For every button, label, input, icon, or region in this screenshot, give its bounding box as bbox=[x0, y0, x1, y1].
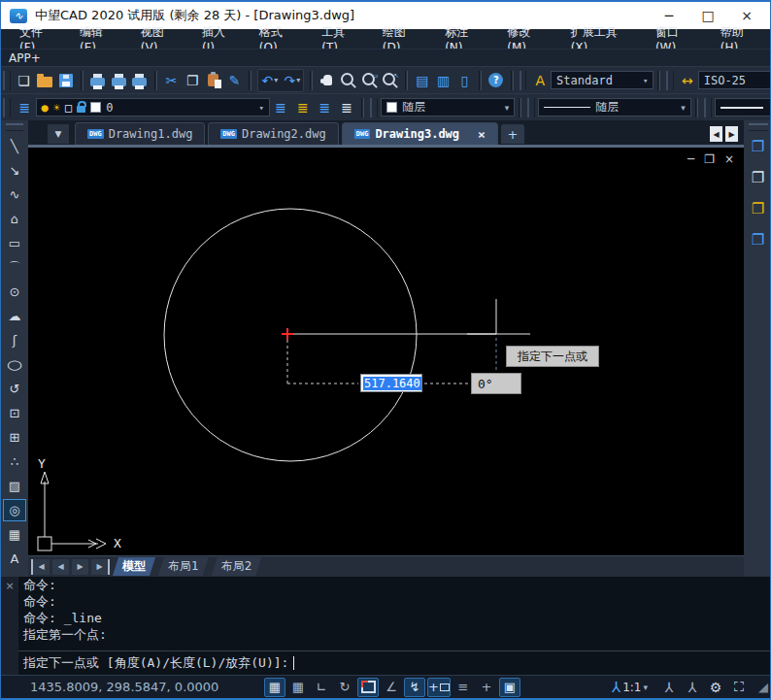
workspace-settings-button[interactable]: ⚙ bbox=[705, 678, 726, 697]
tool-make-block[interactable]: ⊞ bbox=[3, 426, 26, 449]
child-close-button[interactable]: × bbox=[724, 152, 734, 166]
toolbar-grip[interactable] bbox=[704, 98, 712, 117]
zoom-window-button[interactable]: ▭ bbox=[359, 70, 381, 91]
tool-insert-block[interactable]: ⊡ bbox=[3, 402, 26, 424]
otrack-toggle[interactable]: ↯ bbox=[404, 678, 425, 697]
tab-list-dropdown[interactable]: ▼ bbox=[48, 124, 69, 144]
menu-insert[interactable]: 插入(I) bbox=[191, 29, 249, 49]
drawing-canvas[interactable]: ─ ❐ × 517.1640 0° 指定下一点或 Y X bbox=[28, 148, 744, 555]
plot-preview-button[interactable] bbox=[108, 70, 129, 91]
tool-rectangle[interactable]: ▭ bbox=[3, 232, 26, 254]
osnap-toggle[interactable] bbox=[357, 678, 379, 697]
menu-edit[interactable]: 编辑(E) bbox=[69, 29, 130, 49]
layer-combo[interactable]: ● ☀ □ 0 ▾ bbox=[36, 98, 270, 117]
tool-revision-cloud[interactable]: ☁ bbox=[3, 305, 26, 327]
app-plus-menu[interactable]: APP+ bbox=[1, 51, 41, 65]
paste-clip-button[interactable]: ❐ bbox=[747, 197, 770, 220]
command-close-icon[interactable]: × bbox=[5, 580, 14, 675]
tool-table[interactable]: ▦ bbox=[3, 523, 26, 546]
layer-previous-button[interactable]: ≣ bbox=[270, 97, 292, 118]
snap-toggle[interactable]: ▦ bbox=[264, 678, 285, 697]
tool-polygon[interactable]: ⌂ bbox=[3, 208, 26, 230]
open-file-button[interactable] bbox=[34, 70, 55, 91]
paste-button[interactable] bbox=[203, 70, 224, 91]
resize-grip-icon[interactable]: ◢ bbox=[758, 680, 768, 694]
toolbar-grip[interactable] bbox=[3, 71, 11, 90]
zoom-previous-button[interactable]: ↖ bbox=[380, 70, 401, 91]
angle-snap-toggle[interactable]: ∠ bbox=[381, 678, 402, 697]
last-layout-button[interactable]: ▶ bbox=[91, 559, 110, 575]
menu-help[interactable]: 帮助(H) bbox=[710, 29, 771, 49]
redo-button[interactable]: ↷▾ bbox=[281, 70, 303, 91]
new-file-button[interactable]: ❏ bbox=[14, 70, 35, 91]
tool-spline[interactable]: ʃ bbox=[3, 329, 26, 351]
toolbar-grip[interactable] bbox=[6, 123, 23, 131]
child-restore-button[interactable]: ❐ bbox=[704, 152, 715, 166]
publish-button[interactable] bbox=[129, 70, 151, 91]
menu-file[interactable]: 文件(F) bbox=[9, 29, 69, 49]
match-properties-button[interactable]: ✎ bbox=[224, 70, 246, 91]
point-entry-toggle[interactable]: + bbox=[476, 678, 497, 697]
toolbar-grip[interactable] bbox=[527, 98, 535, 117]
auto-scale-button[interactable]: ⅄ bbox=[682, 678, 703, 697]
toolbar-grip[interactable] bbox=[749, 123, 768, 131]
toolbar-grip[interactable] bbox=[666, 71, 674, 90]
lineweight-combo[interactable] bbox=[715, 98, 771, 117]
tab-layout2[interactable]: 布局2 bbox=[212, 557, 262, 576]
tool-construction-line[interactable]: ↘ bbox=[3, 159, 26, 182]
properties-palette-button[interactable]: ▤ bbox=[412, 70, 433, 91]
annotation-monitor-toggle[interactable]: ▣ bbox=[499, 678, 520, 697]
menu-draw[interactable]: 绘图(D) bbox=[372, 29, 434, 49]
child-minimize-button[interactable]: ─ bbox=[687, 152, 694, 166]
dynamic-length-input[interactable]: 517.1640 bbox=[360, 374, 422, 392]
lineweight-toggle[interactable]: ≡ bbox=[453, 678, 474, 697]
menu-format[interactable]: 格式(O) bbox=[249, 29, 312, 49]
text-style-button[interactable]: A bbox=[529, 70, 551, 91]
first-layout-button[interactable]: ◀ bbox=[31, 559, 50, 575]
dim-style-combo[interactable]: ISO-25 bbox=[698, 71, 771, 89]
tool-palettes-button[interactable]: ▯ bbox=[453, 70, 475, 91]
tool-point[interactable]: ∴ bbox=[3, 450, 26, 473]
menu-window[interactable]: 窗口(W) bbox=[645, 29, 710, 49]
paste-original-coords-button[interactable]: ❐ bbox=[747, 228, 770, 251]
dim-style-button[interactable]: ↔ bbox=[677, 70, 698, 91]
design-center-button[interactable]: ▥ bbox=[433, 70, 454, 91]
tool-region[interactable]: ◎ bbox=[3, 499, 26, 521]
tab-layout1[interactable]: 布局1 bbox=[158, 557, 209, 576]
text-style-combo[interactable]: Standard ▾ bbox=[551, 71, 654, 89]
layer-states-button[interactable]: ≣ bbox=[292, 97, 315, 118]
ortho-toggle[interactable]: ∟ bbox=[311, 678, 332, 697]
tool-polyline[interactable]: ∿ bbox=[3, 183, 26, 206]
next-layout-button[interactable]: ▶ bbox=[72, 559, 88, 575]
layer-isolate-button[interactable]: ≣ bbox=[314, 97, 336, 118]
tool-circle[interactable]: ⊙ bbox=[3, 281, 26, 303]
fullscreen-button[interactable]: ⛶ bbox=[728, 678, 750, 697]
tab-drawing3-active[interactable]: DWG Drawing3.dwg × bbox=[342, 122, 498, 145]
plot-button[interactable] bbox=[87, 70, 109, 91]
menu-tools[interactable]: 工具(T) bbox=[311, 29, 371, 49]
tool-ellipse-arc[interactable]: ↺ bbox=[3, 378, 26, 400]
tool-ellipse[interactable]: ○ bbox=[3, 353, 26, 376]
grid-toggle[interactable]: ▦ bbox=[287, 678, 309, 697]
previous-layout-button[interactable]: ◀ bbox=[52, 559, 69, 575]
tool-arc[interactable]: ⌒ bbox=[3, 256, 26, 279]
undo-button[interactable]: ↶▾ bbox=[258, 70, 281, 91]
menu-express-tools[interactable]: 扩展工具(X) bbox=[560, 29, 645, 49]
scroll-tabs-right-button[interactable]: ▶ bbox=[725, 126, 738, 142]
layer-properties-button[interactable]: ≣ bbox=[14, 97, 36, 118]
annotation-visibility-button[interactable]: ⅄ bbox=[658, 678, 680, 697]
menu-view[interactable]: 视图(V) bbox=[130, 29, 191, 49]
pan-button[interactable] bbox=[317, 70, 338, 91]
make-layer-current-button[interactable]: ≣ bbox=[336, 97, 358, 118]
copy-clip-button[interactable]: ❐ bbox=[747, 135, 770, 158]
tab-drawing1[interactable]: DWG Drawing1.dwg bbox=[75, 122, 205, 145]
polar-toggle[interactable]: ↻ bbox=[334, 678, 355, 697]
tool-line[interactable]: ╲ bbox=[3, 135, 26, 157]
menu-dimension[interactable]: 标注(N) bbox=[434, 29, 496, 49]
new-tab-button[interactable]: + bbox=[501, 124, 524, 144]
linetype-combo[interactable]: 随层 ▾ bbox=[538, 98, 691, 117]
copy-button[interactable]: ❐ bbox=[182, 70, 203, 91]
help-button[interactable]: ? bbox=[486, 70, 507, 91]
color-combo[interactable]: 随层 ▾ bbox=[381, 98, 515, 117]
toolbar-grip[interactable] bbox=[370, 98, 378, 117]
